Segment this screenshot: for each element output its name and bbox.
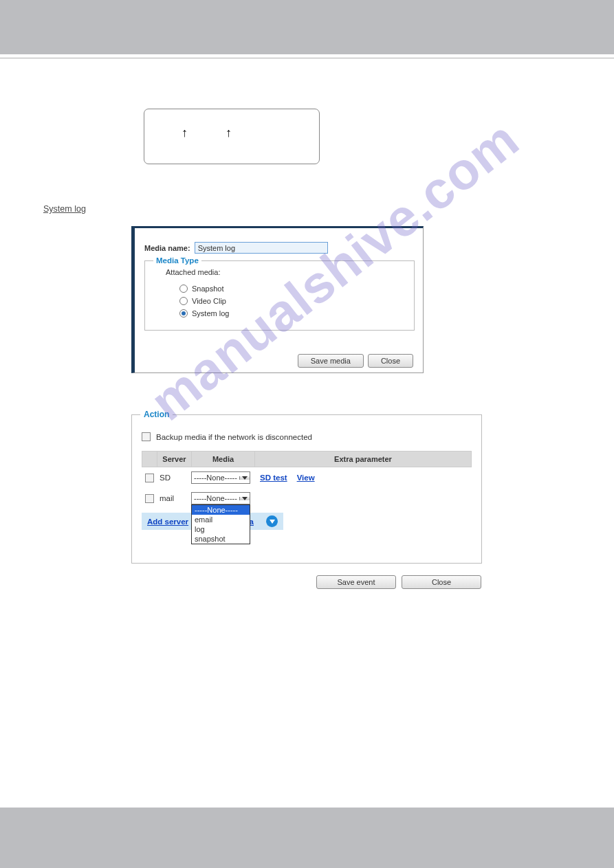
backup-media-label: Backup media if the network is disconnec… xyxy=(156,433,312,441)
table-row: SD -----None----- SD test View xyxy=(142,467,472,488)
sd-test-link[interactable]: SD test xyxy=(260,474,287,482)
media-name-label: Media name: xyxy=(144,244,190,252)
th-server: Server xyxy=(157,451,192,467)
media-dropdown-open: -----None----- email log snapshot xyxy=(191,504,250,544)
th-extra: Extra parameter xyxy=(255,451,471,467)
dropdown-option-snapshot[interactable]: snapshot xyxy=(192,534,250,544)
arrow-icon: ↑ xyxy=(182,126,188,140)
save-event-button[interactable]: Save event xyxy=(316,575,396,589)
radio-systemlog[interactable] xyxy=(179,309,188,318)
action-fieldset: Action Backup media if the network is di… xyxy=(131,414,482,564)
view-link[interactable]: View xyxy=(297,474,315,482)
action-legend: Action xyxy=(140,410,173,419)
dropdown-option-email[interactable]: email xyxy=(192,515,250,524)
save-media-button[interactable]: Save media xyxy=(298,354,364,368)
chevron-down-icon xyxy=(239,476,250,480)
page-header-bar xyxy=(0,0,614,54)
fieldset-legend: Media Type xyxy=(153,256,201,265)
radio-videoclip[interactable] xyxy=(179,297,188,305)
media-type-fieldset: Media Type Attached media: Snapshot Vide… xyxy=(144,260,415,331)
th-media: Media xyxy=(192,451,255,467)
table-header: Server Media Extra parameter xyxy=(142,451,472,467)
row-mail-checkbox[interactable] xyxy=(145,494,154,503)
radio-systemlog-label: System log xyxy=(192,309,229,318)
backup-media-checkbox[interactable] xyxy=(142,432,151,441)
row-sd-checkbox[interactable] xyxy=(145,474,154,482)
radio-videoclip-label: Video Clip xyxy=(192,297,226,305)
close-event-button[interactable]: Close xyxy=(402,575,481,589)
close-button[interactable]: Close xyxy=(368,354,413,368)
chevron-down-icon xyxy=(239,497,250,500)
table-row: mail -----None----- -----None----- email… xyxy=(142,488,472,509)
media-select-mail[interactable]: -----None----- xyxy=(191,492,250,504)
add-server-link[interactable]: Add server xyxy=(147,518,188,526)
radio-snapshot[interactable] xyxy=(179,285,188,293)
add-media-expand-icon[interactable] xyxy=(266,515,278,527)
arrow-icon: ↑ xyxy=(226,126,232,140)
row-mail-label: mail xyxy=(157,494,191,502)
media-settings-panel: Media name: Media Type Attached media: S… xyxy=(131,226,424,373)
attached-media-label: Attached media: xyxy=(166,268,403,276)
media-name-input[interactable] xyxy=(195,242,328,254)
dropdown-option-log[interactable]: log xyxy=(192,524,250,534)
media-select-sd[interactable]: -----None----- xyxy=(191,471,250,484)
row-sd-label: SD xyxy=(157,474,191,482)
dropdown-option-none[interactable]: -----None----- xyxy=(192,505,250,515)
format-example-box: ↑ ↑ xyxy=(144,109,320,164)
page-footer-bar xyxy=(0,808,614,868)
radio-snapshot-label: Snapshot xyxy=(192,285,223,293)
section-heading: System log xyxy=(43,204,571,214)
